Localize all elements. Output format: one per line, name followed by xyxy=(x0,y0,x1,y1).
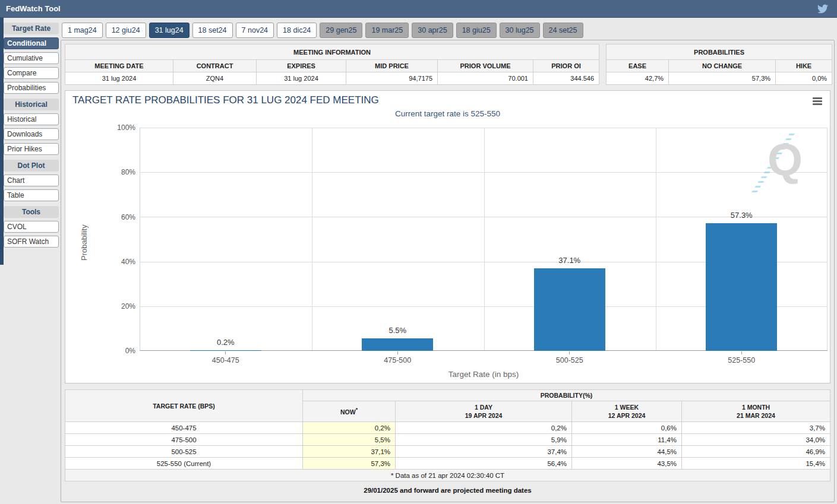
mid-price-value: 94,7175 xyxy=(346,72,438,85)
ease-value: 42,7% xyxy=(607,72,669,85)
column-header: CONTRACT xyxy=(173,60,257,72)
sidebar-item-table[interactable]: Table xyxy=(4,189,59,201)
meeting-information-title: MEETING INFORMATION xyxy=(65,45,599,60)
row-label: 475-500 xyxy=(65,434,303,446)
x-category-label: 450-475 xyxy=(140,356,312,364)
column-header: MID PRICE xyxy=(346,60,438,72)
one-day-value: 5,9% xyxy=(396,434,572,446)
x-category-label: 475-500 xyxy=(312,356,484,364)
twitter-icon[interactable] xyxy=(817,4,829,14)
now-value: 57,3% xyxy=(303,458,396,470)
sidebar-item-chart[interactable]: Chart xyxy=(4,175,59,186)
probability-bar xyxy=(706,223,777,351)
bar-group: 0.2% xyxy=(140,128,312,351)
bar-data-label: 57.3% xyxy=(656,211,828,220)
one-day-value: 0,2% xyxy=(396,422,572,434)
one-week-value: 44,5% xyxy=(572,446,682,458)
one-week-value: 11,4% xyxy=(572,434,682,446)
y-tick-label: 0% xyxy=(69,347,135,355)
sidebar-item-prior-hikes[interactable]: Prior Hikes xyxy=(4,143,59,155)
column-header: EXPIRES xyxy=(257,60,346,72)
bar-group: 37.1% xyxy=(484,128,656,351)
tab-meeting-date[interactable]: 18 giu25 xyxy=(456,23,497,38)
projected-dates-note: 29/01/2025 and forward are projected mee… xyxy=(65,487,830,494)
sidebar-header-historical: Historical xyxy=(4,99,59,110)
probabilities-summary-table: PROBABILITIES EASE NO CHANGE HIKE 42,7% … xyxy=(606,44,832,85)
one-day-value: 56,4% xyxy=(396,458,572,470)
y-tick-label: 20% xyxy=(69,302,135,310)
sidebar-item-conditional[interactable]: Conditional xyxy=(4,37,59,49)
probability-bar xyxy=(190,350,261,351)
tab-meeting-date[interactable]: 1 mag24 xyxy=(62,23,103,38)
y-tick-label: 40% xyxy=(69,258,135,266)
one-day-column-header: 1 DAY19 APR 2024 xyxy=(396,401,572,422)
one-month-value: 3,7% xyxy=(682,422,830,434)
tab-meeting-date-selected[interactable]: 31 lug24 xyxy=(149,23,189,38)
sidebar-item-compare[interactable]: Compare xyxy=(4,67,59,79)
tab-meeting-date[interactable]: 19 mar25 xyxy=(365,23,409,38)
prior-oi-value: 344.546 xyxy=(533,72,599,85)
meeting-date-tabs: 1 mag24 12 giu24 31 lug24 18 set24 7 nov… xyxy=(62,23,583,38)
probability-detail-table: TARGET RATE (BPS) PROBABILITY(%) NOW* 1 … xyxy=(65,389,830,481)
content-panel: MEETING INFORMATION MEETING DATE CONTRAC… xyxy=(61,40,835,502)
y-axis-title: Probability xyxy=(80,224,89,261)
one-month-value: 15,4% xyxy=(682,458,830,470)
sidebar-header-dot-plot: Dot Plot xyxy=(4,160,59,172)
table-row: 450-475 0,2% 0,2% 0,6% 3,7% xyxy=(65,422,830,434)
now-value: 0,2% xyxy=(303,422,396,434)
y-tick-label: 60% xyxy=(69,213,135,221)
one-month-value: 34,0% xyxy=(682,434,830,446)
row-label: 500-525 xyxy=(65,446,303,458)
now-value: 5,5% xyxy=(303,434,396,446)
y-tick-label: 100% xyxy=(69,123,135,132)
now-column-header: NOW* xyxy=(303,401,396,422)
sidebar-item-cvol[interactable]: CVOL xyxy=(4,221,59,233)
tab-meeting-date[interactable]: 30 apr25 xyxy=(412,23,453,38)
sidebar-item-historical[interactable]: Historical xyxy=(4,113,59,125)
x-axis-title: Target Rate (in bps) xyxy=(140,370,827,379)
column-header: MEETING DATE xyxy=(65,60,173,72)
chart-subtitle: Current target rate is 525-550 xyxy=(65,109,830,118)
tab-meeting-date[interactable]: 30 lug25 xyxy=(500,23,540,38)
asterisk-marker: * xyxy=(356,407,358,413)
probability-bar xyxy=(362,338,433,351)
table-row: 525-550 (Current) 57,3% 56,4% 43,5% 15,4… xyxy=(65,458,830,470)
meeting-information-table: MEETING INFORMATION MEETING DATE CONTRAC… xyxy=(65,44,599,85)
sidebar-header-target-rate: Target Rate xyxy=(4,23,59,34)
one-week-value: 43,5% xyxy=(572,458,682,470)
one-month-column-header: 1 MONTH21 MAR 2024 xyxy=(682,401,830,422)
now-value: 37,1% xyxy=(303,446,396,458)
target-rate-bps-header: TARGET RATE (BPS) xyxy=(65,390,303,422)
bar-group: 5.5% xyxy=(312,128,484,351)
row-label: 525-550 (Current) xyxy=(65,458,303,470)
row-label: 450-475 xyxy=(65,422,303,434)
meeting-date-value: 31 lug 2024 xyxy=(65,72,173,85)
one-week-value: 0,6% xyxy=(572,422,682,434)
tab-meeting-date[interactable]: 18 set24 xyxy=(192,23,233,38)
sidebar-item-downloads[interactable]: Downloads xyxy=(4,128,59,140)
y-tick-label: 80% xyxy=(69,168,135,176)
x-category-label: 525-550 xyxy=(656,356,828,364)
tab-meeting-date[interactable]: 29 gen25 xyxy=(320,23,362,38)
sidebar-header-tools: Tools xyxy=(4,206,59,218)
column-header: EASE xyxy=(607,60,669,72)
bar-data-label: 5.5% xyxy=(312,326,484,335)
bar-group: 57.3% xyxy=(656,128,828,351)
sidebar: Target Rate Conditional Cumulative Compa… xyxy=(4,23,59,252)
probability-group-header: PROBABILITY(%) xyxy=(303,390,830,401)
sidebar-item-probabilities[interactable]: Probabilities xyxy=(4,82,59,94)
sidebar-item-sofr-watch[interactable]: SOFR Watch xyxy=(4,236,59,248)
chart-context-menu-icon[interactable] xyxy=(813,97,822,106)
column-header: NO CHANGE xyxy=(669,60,776,72)
column-header: HIKE xyxy=(776,60,832,72)
tab-meeting-date[interactable]: 24 set25 xyxy=(543,23,583,38)
one-week-column-header: 1 WEEK12 APR 2024 xyxy=(572,401,682,422)
sidebar-item-cumulative[interactable]: Cumulative xyxy=(4,52,59,64)
tab-meeting-date[interactable]: 7 nov24 xyxy=(236,23,274,38)
one-day-value: 37,4% xyxy=(396,446,572,458)
tab-meeting-date[interactable]: 18 dic24 xyxy=(277,23,317,38)
bars-layer: 0.2% 5.5% 37.1% 57.3% xyxy=(140,128,827,351)
hike-value: 0,0% xyxy=(776,72,832,85)
tab-meeting-date[interactable]: 12 giu24 xyxy=(106,23,146,38)
expires-value: 31 lug 2024 xyxy=(257,72,346,85)
